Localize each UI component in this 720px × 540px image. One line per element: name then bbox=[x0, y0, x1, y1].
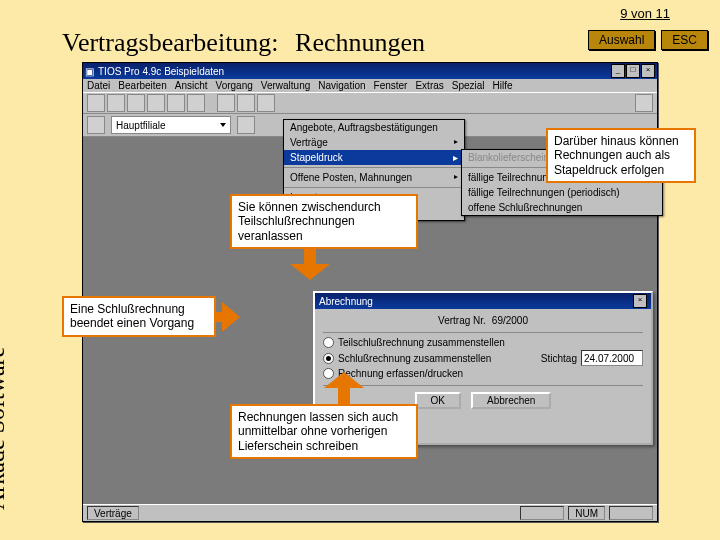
radio-partial[interactable] bbox=[323, 337, 334, 348]
menubar[interactable]: Datei Bearbeiten Ansicht Vorgang Verwalt… bbox=[83, 79, 657, 92]
stichtag-field[interactable]: 24.07.2000 bbox=[581, 350, 643, 366]
submenu-item[interactable]: offene Schlußrechnungen bbox=[462, 200, 662, 215]
title-part2: Rechnungen bbox=[295, 28, 425, 57]
ok-button[interactable]: OK bbox=[415, 392, 461, 409]
arrow-up-icon bbox=[324, 372, 364, 406]
select-button[interactable]: Auswahl bbox=[588, 30, 655, 50]
close-icon[interactable]: × bbox=[633, 294, 647, 308]
status-cell bbox=[609, 506, 653, 520]
status-cell bbox=[520, 506, 564, 520]
menu-item[interactable]: Fenster bbox=[374, 80, 408, 91]
menu-item[interactable]: Extras bbox=[415, 80, 443, 91]
window-title: TIOS Pro 4.9c Beispieldaten bbox=[98, 66, 224, 77]
toolbar-icon[interactable] bbox=[635, 94, 653, 112]
status-num: NUM bbox=[568, 506, 605, 520]
radio-label: Schlußrechnung zusammenstellen bbox=[338, 353, 491, 364]
toolbar-icon[interactable] bbox=[87, 94, 105, 112]
toolbar-icon[interactable] bbox=[187, 94, 205, 112]
title-part1: Vertragsbearbeitung: bbox=[62, 28, 279, 57]
menu-item[interactable]: Spezial bbox=[452, 80, 485, 91]
radio-final[interactable] bbox=[323, 353, 334, 364]
menu-item[interactable]: Ansicht bbox=[175, 80, 208, 91]
toolbar-icon[interactable] bbox=[257, 94, 275, 112]
radio-label: Teilschlußrechnung zusammenstellen bbox=[338, 337, 505, 348]
status-left: Verträge bbox=[87, 506, 139, 520]
dialog-title: Abrechnung bbox=[319, 296, 373, 307]
menu-item[interactable]: Verwaltung bbox=[261, 80, 310, 91]
chevron-down-icon bbox=[220, 123, 226, 127]
contract-value: 69/2000 bbox=[492, 315, 528, 326]
submenu-item[interactable]: fällige Teilrechnungen (periodisch) bbox=[462, 185, 662, 200]
stichtag-label: Stichtag bbox=[541, 353, 577, 364]
toolbar-icon[interactable] bbox=[237, 94, 255, 112]
svg-marker-0 bbox=[290, 246, 330, 280]
toolbar-icon[interactable] bbox=[167, 94, 185, 112]
toolbar-icon[interactable] bbox=[107, 94, 125, 112]
callout-schlussrechnung: Eine Schlußrechnung beendet einen Vorgan… bbox=[62, 296, 216, 337]
toolbar-icon[interactable] bbox=[217, 94, 235, 112]
minimize-icon[interactable]: _ bbox=[611, 64, 625, 78]
menu-item[interactable]: Bearbeiten bbox=[118, 80, 166, 91]
dropdown-item-selected[interactable]: Stapeldruck▸ bbox=[284, 150, 464, 165]
callout-teilschluss: Sie können zwischendurch Teilschlußrechn… bbox=[230, 194, 418, 249]
toolbar-icon[interactable] bbox=[147, 94, 165, 112]
maximize-icon[interactable]: □ bbox=[626, 64, 640, 78]
esc-button[interactable]: ESC bbox=[661, 30, 708, 50]
dropdown-item[interactable]: Angebote, Auftragsbestätigungen bbox=[284, 120, 464, 135]
toolbar bbox=[83, 92, 657, 114]
app-icon: ▣ bbox=[85, 66, 94, 77]
close-icon[interactable]: × bbox=[641, 64, 655, 78]
page-counter: 9 von 11 bbox=[620, 6, 670, 21]
combo-value: Hauptfiliale bbox=[116, 120, 165, 131]
svg-marker-2 bbox=[324, 372, 364, 406]
callout-direkt: Rechnungen lassen sich auch unmittelbar … bbox=[230, 404, 418, 459]
branch-combo[interactable]: Hauptfiliale bbox=[111, 116, 231, 134]
dropdown-item[interactable]: Offene Posten, Mahnungen bbox=[284, 170, 464, 185]
dropdown-item[interactable]: Verträge bbox=[284, 135, 464, 150]
cancel-button[interactable]: Abbrechen bbox=[471, 392, 551, 409]
callout-stapeldruck: Darüber hinaus können Rechnungen auch al… bbox=[546, 128, 696, 183]
menu-item[interactable]: Navigation bbox=[318, 80, 365, 91]
toolbar-icon[interactable] bbox=[127, 94, 145, 112]
contract-label: Vertrag Nr. bbox=[438, 315, 486, 326]
menu-item[interactable]: Datei bbox=[87, 80, 110, 91]
brand-label: Arkade Software bbox=[0, 347, 10, 510]
page-title: Vertragsbearbeitung: Rechnungen bbox=[62, 28, 425, 58]
arrow-down-icon bbox=[290, 246, 330, 280]
toolbar-icon[interactable] bbox=[237, 116, 255, 134]
filter-icon[interactable] bbox=[87, 116, 105, 134]
menu-item[interactable]: Hilfe bbox=[493, 80, 513, 91]
menu-item[interactable]: Vorgang bbox=[216, 80, 253, 91]
statusbar: Verträge NUM bbox=[83, 504, 657, 521]
titlebar: ▣ TIOS Pro 4.9c Beispieldaten _ □ × bbox=[83, 63, 657, 79]
